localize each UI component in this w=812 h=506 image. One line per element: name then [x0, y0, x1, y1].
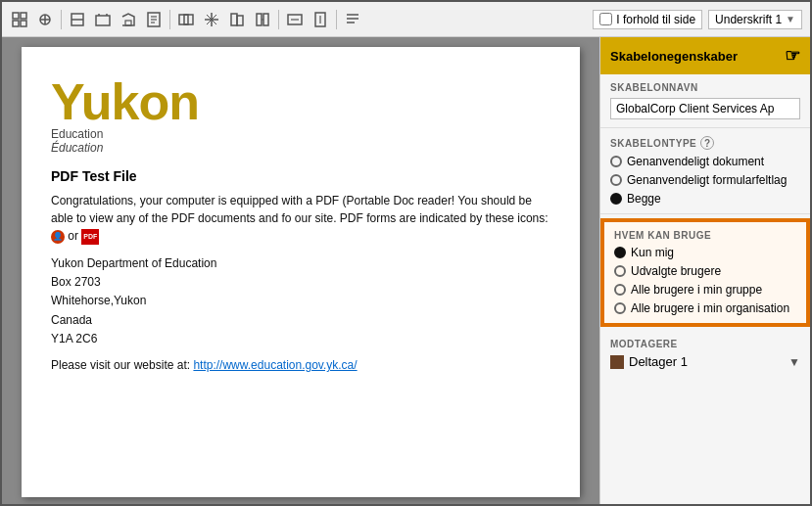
yukon-logo: Yukon Education Éducation: [51, 76, 550, 155]
radio-genanvendeligt-formularfeltlag[interactable]: Genanvendeligt formularfeltlag: [610, 173, 800, 187]
address-line4: Canada: [51, 311, 550, 330]
document-panel[interactable]: Yukon Education Éducation PDF Test File …: [2, 37, 599, 504]
hvem-label: HVEM KAN BRUGE: [614, 230, 796, 241]
document-body: Congratulations, your computer is equipp…: [51, 192, 550, 245]
radio-udvalgte-brugere[interactable]: Udvalgte brugere: [614, 264, 796, 278]
modtagere-label: MODTAGERE: [610, 339, 800, 349]
toolbar: I forhold til side Underskrift 1 ▼: [2, 2, 810, 37]
skabelontype-section: SKABELONTYPE ? Genanvendeligt dokument G…: [600, 128, 810, 214]
toolbar-icon-11[interactable]: [285, 10, 305, 29]
address-line2: Box 2703: [51, 273, 550, 292]
toolbar-icon-13[interactable]: [343, 10, 362, 29]
radio-dot-alle-gruppe: [614, 284, 626, 296]
svg-rect-25: [257, 14, 262, 25]
document-title: PDF Test File: [51, 168, 550, 184]
svg-rect-24: [237, 16, 243, 25]
deltager-label: Deltager 1: [629, 354, 688, 369]
user-icon: 👤: [51, 230, 65, 244]
toolbar-divider-3: [278, 10, 279, 29]
website-url[interactable]: http://www.education.gov.yk.ca/: [193, 358, 357, 372]
toolbar-icon-12[interactable]: [310, 10, 330, 29]
svg-rect-2: [13, 21, 19, 26]
toolbar-icon-3[interactable]: [68, 10, 87, 29]
radio-dot-kun-mig: [614, 247, 626, 258]
toolbar-icon-2[interactable]: [35, 10, 55, 29]
svg-rect-23: [231, 14, 237, 25]
deltager-dropdown-icon[interactable]: ▼: [788, 355, 800, 369]
toolbar-divider-4: [336, 10, 337, 29]
deltager-row: Deltager 1 ▼: [610, 354, 800, 369]
skabelonnavn-section: SKABELONNAVN: [600, 74, 810, 128]
skabelontype-label: SKABELONTYPE ?: [610, 136, 800, 150]
signature-dropdown[interactable]: Underskrift 1 ▼: [708, 10, 802, 29]
toolbar-icon-7[interactable]: [176, 10, 196, 29]
toolbar-icon-5[interactable]: [119, 10, 138, 29]
right-panel: Skabelonegenskaber ☞ SKABELONNAVN SKABEL…: [599, 37, 810, 504]
radio-alle-gruppe[interactable]: Alle brugere i min gruppe: [614, 283, 796, 297]
toolbar-icon-10[interactable]: [253, 10, 272, 29]
toolbar-icon-9[interactable]: [227, 10, 247, 29]
document-address: Yukon Department of Education Box 2703 W…: [51, 254, 550, 348]
document-page: Yukon Education Éducation PDF Test File …: [22, 47, 580, 497]
radio-kun-mig[interactable]: Kun mig: [614, 246, 796, 259]
address-line5: Y1A 2C6: [51, 330, 550, 348]
radio-dot-formularfeltlag: [610, 174, 622, 186]
radio-dot-genanvendeligt-dokument: [610, 156, 622, 167]
deltager-box: Deltager 1: [610, 354, 788, 369]
logo-subtitle2: Éducation: [51, 141, 103, 155]
radio-dot-udvalgte-brugere: [614, 265, 626, 277]
website-label: Please visit our website at:: [51, 358, 190, 372]
radio-begge[interactable]: Begge: [610, 192, 800, 206]
address-line3: Whitehorse,Yukon: [51, 292, 550, 310]
proportion-label: I forhold til side: [616, 13, 695, 26]
toolbar-icon-1[interactable]: [10, 10, 29, 29]
toolbar-icon-4[interactable]: [93, 10, 113, 29]
deltager-color-square: [610, 355, 624, 369]
proportion-checkbox[interactable]: [599, 13, 612, 25]
help-icon[interactable]: ?: [700, 136, 714, 150]
dropdown-arrow-icon: ▼: [786, 14, 795, 24]
hvem-section: HVEM KAN BRUGE Kun mig Udvalgte brugere: [602, 220, 808, 325]
svg-rect-9: [96, 16, 110, 25]
hvem-section-container: HVEM KAN BRUGE Kun mig Udvalgte brugere: [600, 218, 810, 327]
svg-rect-26: [263, 14, 268, 25]
content-area: Yukon Education Éducation PDF Test File …: [2, 37, 810, 504]
cursor-icon: ☞: [785, 45, 800, 67]
signature-dropdown-value: Underskrift 1: [715, 13, 782, 26]
pdf-icon: PDF: [81, 229, 99, 245]
svg-rect-0: [13, 13, 19, 19]
modtagere-section: MODTAGERE Deltager 1 ▼: [600, 331, 810, 377]
address-line1: Yukon Department of Education: [51, 254, 550, 273]
toolbar-icon-8[interactable]: [202, 10, 221, 29]
skabelonnavn-input[interactable]: [610, 98, 800, 119]
hvem-radio-group: Kun mig Udvalgte brugere Alle brugere i …: [614, 246, 796, 315]
skabelontype-radio-group: Genanvendeligt dokument Genanvendeligt f…: [610, 155, 800, 206]
toolbar-checkbox-area[interactable]: I forhold til side: [593, 10, 702, 29]
panel-header: Skabelonegenskaber ☞: [600, 37, 810, 74]
svg-rect-3: [21, 21, 26, 26]
logo-text: Yukon: [51, 76, 199, 127]
logo-subtitle1: Education: [51, 127, 103, 141]
radio-dot-begge: [610, 193, 622, 205]
toolbar-divider-1: [61, 10, 62, 29]
logo-subtitles: Education Éducation: [51, 127, 103, 155]
toolbar-divider-2: [169, 10, 170, 29]
radio-genanvendeligt-dokument[interactable]: Genanvendeligt dokument: [610, 155, 800, 168]
toolbar-icon-6[interactable]: [144, 10, 164, 29]
or-text: or: [68, 229, 78, 243]
radio-dot-alle-organisation: [614, 302, 626, 314]
skabelonnavn-label: SKABELONNAVN: [610, 82, 800, 93]
document-website: Please visit our website at: http://www.…: [51, 358, 550, 372]
svg-rect-1: [21, 13, 26, 19]
radio-alle-organisation[interactable]: Alle brugere i min organisation: [614, 301, 796, 315]
panel-header-title: Skabelonegenskaber: [610, 49, 738, 64]
main-container: I forhold til side Underskrift 1 ▼ Yukon…: [0, 0, 812, 506]
